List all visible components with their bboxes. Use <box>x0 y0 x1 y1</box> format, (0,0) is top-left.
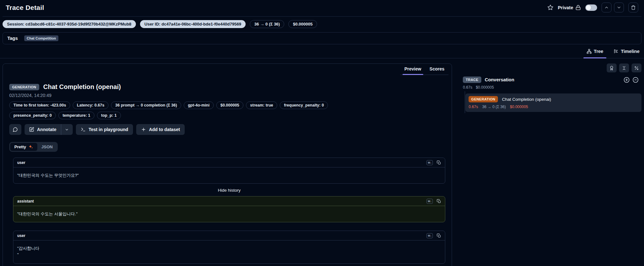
collapse-all-button[interactable] <box>619 63 629 72</box>
generation-tree-row[interactable]: GENERATION Chat Completion (openai) 0.67… <box>465 93 641 112</box>
session-pill[interactable]: Session: cd3abcd6-c81c-4037-935d-19d9f27… <box>3 20 136 28</box>
edit-icon <box>29 127 34 132</box>
percent-icon <box>634 66 639 70</box>
top-bar-actions: Private <box>547 3 638 12</box>
message-content: "대한민국의 수도는 무엇인가요?" <box>13 167 445 183</box>
collapse-node-button[interactable] <box>633 77 639 83</box>
metric-pill-model[interactable]: gpt-4o-mini <box>184 101 214 109</box>
copy-button[interactable] <box>437 199 441 203</box>
minus-circle-icon <box>633 77 639 83</box>
format-pretty[interactable]: Pretty <box>10 143 37 151</box>
annotate-button[interactable]: Annotate <box>25 124 61 135</box>
public-toggle[interactable] <box>585 4 597 11</box>
trace-metrics: 0.67s $0.000005 <box>460 85 641 90</box>
tab-scores[interactable]: Scores <box>426 64 449 75</box>
trace-title: Conversation <box>485 77 514 82</box>
message-assistant: assistant M↓ "대한민국의 수도는 서울입니다." <box>13 196 445 222</box>
message-role: user <box>17 233 25 238</box>
add-to-dataset-label: Add to dataset <box>149 127 180 132</box>
generation-cost: $0.000005 <box>510 105 528 109</box>
sparkles-icon <box>28 144 33 149</box>
format-toggle: Pretty JSON <box>9 142 58 152</box>
message-content: "대한민국의 수도는 서울입니다." <box>13 206 445 222</box>
trace-root-row[interactable]: TRACE Conversation <box>460 77 641 83</box>
observation-card: Preview Scores GENERATION Chat Completio… <box>3 63 452 266</box>
metric-pill-tokens: 36 prompt → 0 completion (Σ 36) <box>111 101 181 109</box>
content: Preview Scores GENERATION Chat Completio… <box>0 58 644 266</box>
chevron-up-icon <box>604 5 609 10</box>
cost-pill: $0.000005 <box>288 20 317 28</box>
message-role: user <box>17 160 25 165</box>
top-bar: Trace Detail Private <box>3 0 641 17</box>
metric-pills: Time to first token: -423.00s Latency: 0… <box>9 101 344 119</box>
markdown-toggle-icon[interactable]: M↓ <box>426 160 433 165</box>
terminal-icon <box>81 127 86 132</box>
observation-title: Chat Completion (openai) <box>43 83 121 91</box>
timeline-icon <box>613 49 618 54</box>
generation-title: Chat Completion (openai) <box>502 97 551 102</box>
tag-chat-competition[interactable]: Chat Competition <box>24 35 59 41</box>
annotate-label: Annotate <box>37 127 56 132</box>
tab-timeline[interactable]: Timeline <box>613 45 640 58</box>
tags-box: Tags Chat Competition <box>3 32 641 44</box>
trace-latency: 0.67s <box>463 85 472 90</box>
delete-trace-button[interactable] <box>628 3 638 12</box>
bookmark-star-button[interactable] <box>547 4 553 11</box>
format-json[interactable]: JSON <box>37 143 57 151</box>
tab-preview[interactable]: Preview <box>400 64 426 75</box>
tab-tree-label: Tree <box>594 49 603 54</box>
tree-toolbar <box>460 63 641 72</box>
tree-icon <box>587 49 592 54</box>
lock-icon <box>575 5 581 10</box>
markdown-toggle-icon[interactable]: M↓ <box>426 199 433 204</box>
metric-pill-presence-penalty: presence_penalty: 0 <box>9 112 56 119</box>
metric-pill-frequency-penalty: frequency_penalty: 0 <box>280 101 328 109</box>
toggle-scores-button[interactable] <box>607 63 617 72</box>
generation-tokens: 36 → 0 (Σ 36) <box>482 105 506 109</box>
observation-timestamp: 02/12/2024, 14:20:49 <box>9 93 445 98</box>
award-icon <box>609 66 614 70</box>
add-to-dataset-button[interactable]: Add to dataset <box>136 124 185 135</box>
trace-cost: $0.000005 <box>476 85 494 90</box>
metric-pill-ttft: Time to first token: -423.00s <box>9 101 70 109</box>
tab-tree[interactable]: Tree <box>586 45 604 58</box>
chevron-down-icon <box>65 128 69 132</box>
markdown-toggle-icon[interactable]: M↓ <box>426 233 433 238</box>
metric-pill-top-p: top_p: 1 <box>97 112 121 119</box>
star-icon <box>547 4 553 11</box>
messages: user M↓ "대한민국의 수도는 무엇인가요?" Hide history … <box>9 158 445 264</box>
copy-icon <box>437 233 441 238</box>
plus-icon <box>141 127 146 132</box>
metric-pill-temperature: temperature: 1 <box>58 112 94 119</box>
previous-trace-button[interactable] <box>602 3 611 12</box>
user-id-pill[interactable]: User ID: dc47a41e-06bc-400d-bde1-f0e440d… <box>140 20 246 28</box>
playground-label: Test in playground <box>89 127 128 132</box>
privacy-text: Private <box>558 5 573 10</box>
trace-tree-panel: TRACE Conversation 0.67s $0.000005 GENER… <box>460 63 641 112</box>
copy-icon <box>437 199 441 203</box>
generation-badge: GENERATION <box>469 96 498 102</box>
next-trace-button[interactable] <box>614 3 624 12</box>
trace-badge: TRACE <box>463 77 481 83</box>
action-buttons: Annotate Test in playground Add to datas… <box>9 124 445 135</box>
comments-button[interactable] <box>9 124 21 135</box>
token-usage-pill: 36 → 0 (Σ 36) <box>250 20 284 28</box>
collapse-icon <box>622 66 626 70</box>
expand-node-button[interactable] <box>624 77 630 83</box>
copy-icon <box>437 160 441 165</box>
playground-button[interactable]: Test in playground <box>76 124 133 135</box>
generation-latency: 0.67s <box>469 105 478 109</box>
toggle-knob <box>586 5 591 10</box>
panel-tabs: Preview Scores <box>3 64 452 75</box>
view-tabs: Tree Timeline <box>0 45 644 58</box>
hide-history-button[interactable]: Hide history <box>13 188 445 193</box>
observation-body: GENERATION Chat Completion (openai) 02/1… <box>3 75 452 266</box>
copy-button[interactable] <box>437 233 441 238</box>
toggle-metrics-button[interactable] <box>632 63 641 72</box>
annotate-split-button: Annotate <box>25 124 73 135</box>
message-content: "감사합니다 " <box>13 240 445 263</box>
annotate-dropdown-button[interactable] <box>61 124 73 135</box>
chevron-down-icon <box>617 5 621 10</box>
copy-button[interactable] <box>437 160 441 165</box>
tags-label: Tags <box>7 36 18 41</box>
